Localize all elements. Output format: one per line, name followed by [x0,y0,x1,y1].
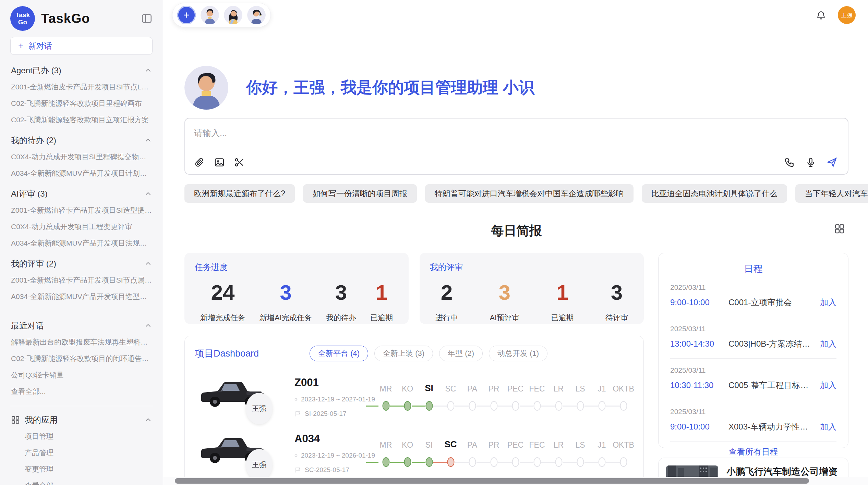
stat: 2 进行中 [435,280,458,323]
user-avatar[interactable]: 王强 [838,6,856,24]
project-row[interactable]: 王强 Z001 2023-12-19 ~ 2027-01-19 SI-2025-… [195,376,633,418]
clock-icon [294,396,298,403]
sidebar-item[interactable]: Z001-全新燃油轻卡产品开发项目SI节点属性5D文件评审 [10,272,153,288]
topbar: 王强 [163,0,868,27]
message-composer[interactable]: 请输入... [184,118,848,175]
milestone-connector [498,462,512,463]
tab-model-year[interactable]: 年型 (2) [439,346,483,361]
suggestion-chip[interactable]: 比亚迪全固态电池计划具体说了什么 [642,184,787,203]
notification-bell-icon[interactable] [816,10,826,20]
stat-value: 1 [376,280,387,304]
recent-chat-item[interactable]: 解释最新出台的欧盟报废车法规再生塑料比例被调至15%... [10,334,153,350]
view-all-schedule-link[interactable]: 查看所有日程 [670,442,836,459]
app-item-change-mgmt[interactable]: 变更管理 [10,461,153,477]
sidebar-item[interactable]: Z001-全新燃油皮卡产品开发项目SI节点Lesson Learn报告 [10,79,153,95]
recent-chat-item[interactable]: C02-飞腾新能源轻客改款项目的闭环通告反馈情况 [10,350,153,367]
tab-new-body[interactable]: 全新上装 (3) [374,346,433,361]
sidebar-item[interactable]: C0X4-动力总成开发项目SI里程碑提交物检查 [10,149,153,165]
sidebar-item[interactable]: A034-全新新能源MUV产品开发项目造型可行性评审 [10,288,153,305]
sidebar-item[interactable]: C02-飞腾新能源轻客改款项目立项汇报方案 [10,112,153,128]
milestone-connector [520,462,533,463]
milestone-connector [477,406,490,407]
layout-grid-icon[interactable] [834,223,845,234]
phone-icon[interactable] [784,157,795,168]
logo-text-top: Task [15,11,30,18]
add-agent-button[interactable] [177,6,196,24]
daily-briefing-header: 每日简报 [184,223,848,239]
suggestion-chip[interactable]: 欧洲新规最近颁布了什么? [184,184,295,203]
sidebar-item[interactable]: Z001-全新燃油轻卡产品开发项目SI造型提交物评审 [10,202,153,219]
suggestion-chip[interactable]: 如何写一份清晰的项目周报 [303,184,417,203]
my-review-card: 我的评审 2 进行中 3 AI预评审 1 [420,253,644,324]
section-my-review[interactable]: 我的评审 (2) [10,251,153,272]
section-ai-review[interactable]: AI评审 (3) [10,182,153,202]
horizontal-scrollbar-thumb[interactable] [175,478,809,484]
milestone-label: J1 [598,437,606,450]
milestone-dot [577,457,584,467]
task-progress-card: 任务进度 24 新增完成任务 3 新增AI完成任务 3 [184,253,409,324]
schedule-time: 13:00-14:30 [670,339,728,349]
suggestion-chip[interactable]: 当下年轻人对汽车外观有怎样的喜好趋势 [795,184,868,203]
agent-avatar-3[interactable] [247,6,266,24]
milestone-dot [490,401,497,411]
sidebar-collapse-icon[interactable] [141,13,153,24]
app-item-project-mgmt[interactable]: 项目管理 [10,428,153,445]
milestone-connector [455,462,469,463]
section-recent-chats[interactable]: 最近对话 [10,313,153,334]
milestone-dot [577,401,584,411]
schedule-date: 2025/03/11 [670,366,836,374]
milestone-connector [541,406,555,407]
news-title: 小鹏飞行汽车制造公司增资 [726,465,841,478]
milestone-dot [425,401,433,411]
section-agent-done[interactable]: Agent已办 (3) [10,58,153,79]
milestone-dot [512,401,519,411]
scissors-icon[interactable] [234,157,245,168]
stat: 24 新增完成任务 [200,280,245,323]
chevron-up-icon [144,137,152,144]
divider [10,311,153,311]
logo-text-bottom: Go [18,18,27,26]
recent-chat-item[interactable]: 公司Q3轻卡销量 [10,367,153,383]
suggestion-chip[interactable]: 特朗普可能对进口汽车增税会对中国车企造成哪些影响 [425,184,634,203]
agent-avatar-1[interactable] [201,6,219,24]
agent-avatar-2[interactable] [224,6,242,24]
tab-powertrain-dev[interactable]: 动总开发 (1) [489,346,547,361]
stat: 1 已逾期 [370,280,393,323]
project-row[interactable]: 王强 A034 2023-12-19 ~ 2026-01-19 SC-2025-… [195,432,633,474]
join-link[interactable]: 加入 [820,297,836,308]
card-title: 我的评审 [430,262,634,273]
milestone-dot [425,457,433,467]
join-link[interactable]: 加入 [820,380,836,391]
sidebar-item[interactable]: C0X4-动力总成开发项目工程变更评审 [10,219,153,235]
view-all-chats-link[interactable]: 查看全部... [10,383,153,400]
stat-label: 新增AI完成任务 [260,313,312,323]
new-chat-button[interactable]: + 新对话 [10,37,153,55]
sidebar-item[interactable]: C02-飞腾新能源轻客改款项目里程碑画布 [10,95,153,112]
milestone-label: PEC [507,381,523,394]
project-flag-text: SI-2025-05-17 [305,410,346,418]
image-icon[interactable] [214,157,225,168]
sidebar-item[interactable]: A034-全新新能源MUV产品开发项目法规符合性评审 [10,235,153,251]
attachment-icon[interactable] [194,157,205,168]
stat: 3 新增AI完成任务 [260,280,312,323]
section-my-apps[interactable]: 我的应用 [10,408,153,428]
join-link[interactable]: 加入 [820,338,836,349]
milestone-label: J1 [598,381,606,394]
app-item-product-mgmt[interactable]: 产品管理 [10,445,153,461]
schedule-name: C003|H0B-方案冻结评审 [728,338,815,349]
microphone-icon[interactable] [805,157,816,168]
milestone-dot [490,457,497,467]
horizontal-scrollbar-track[interactable] [163,477,868,485]
view-all-apps-link[interactable]: 查看全部... [10,477,153,485]
schedule-time: 10:30-11:30 [670,381,728,390]
schedule-name: X003-车辆动力学性能验... [728,421,815,432]
section-my-todo[interactable]: 我的待办 (2) [10,128,153,149]
join-link[interactable]: 加入 [820,421,836,432]
milestone-dot [555,457,562,467]
tab-all-new-platform[interactable]: 全新平台 (4) [310,346,368,361]
send-icon[interactable] [827,157,837,168]
schedule-item: 2025/03/11 9:00-10:00 X003-车辆动力学性能验... 加… [670,400,836,442]
clock-icon [294,452,298,459]
schedule-title: 日程 [670,261,836,276]
sidebar-item[interactable]: A034-全新新能源MUV产品开发项目计划变更表编写 [10,165,153,182]
